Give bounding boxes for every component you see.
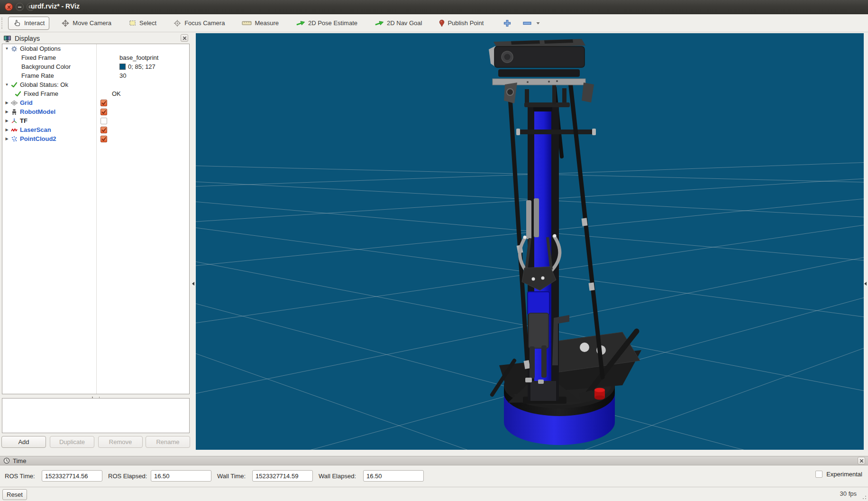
- tree-row-pointcloud2[interactable]: ▶ PointCloud2: [2, 134, 189, 143]
- hand-icon: [13, 19, 21, 27]
- 3d-viewport[interactable]: [196, 33, 864, 450]
- collapse-expander-icon[interactable]: ▶: [4, 107, 10, 116]
- wall-elapsed-label: Wall Elapsed:: [319, 471, 356, 482]
- window-resize-grip[interactable]: [861, 494, 867, 500]
- tf-axes-icon: [10, 117, 18, 124]
- tool-publish-point[interactable]: Publish Point: [434, 17, 488, 30]
- collapse-expander-icon[interactable]: ▶: [4, 125, 10, 134]
- tool-label: 2D Pose Estimate: [308, 19, 357, 27]
- tree-row-grid[interactable]: ▶ Grid: [2, 98, 189, 107]
- collapse-expander-icon[interactable]: ▶: [4, 134, 10, 143]
- close-icon: [859, 459, 864, 463]
- tree-row-background-color[interactable]: Background Color 0; 85; 127: [2, 62, 189, 71]
- tool-label: Move Camera: [73, 19, 111, 27]
- displays-panel-title: Displays: [15, 35, 40, 42]
- display-name: LaserScan: [20, 126, 51, 133]
- displays-buttons-row: Add Duplicate Remove Rename: [0, 436, 192, 448]
- map-pin-icon: [439, 19, 445, 27]
- tool-label: Select: [139, 19, 156, 27]
- collapse-expander-icon[interactable]: ▶: [4, 98, 10, 107]
- remove-tool-button[interactable]: [522, 18, 532, 29]
- display-name: TF: [20, 117, 27, 124]
- display-name: RobotModel: [20, 108, 55, 115]
- display-enabled-checkbox[interactable]: [101, 109, 107, 115]
- 3d-scene: [196, 33, 864, 450]
- row-label: Fixed Frame: [21, 54, 56, 61]
- displays-panel-close-button[interactable]: [181, 34, 188, 42]
- ros-elapsed-input[interactable]: [151, 470, 211, 482]
- plus-icon: [503, 19, 511, 27]
- pointcloud-icon: [10, 135, 18, 142]
- wall-time-input[interactable]: [252, 470, 313, 482]
- display-enabled-checkbox[interactable]: [101, 118, 107, 124]
- tree-row-status-fixed-frame[interactable]: Fixed Frame OK: [2, 89, 189, 98]
- splitter-collapse-arrow[interactable]: [192, 282, 194, 286]
- color-swatch[interactable]: [119, 64, 126, 70]
- left-panel-splitter[interactable]: [192, 33, 196, 450]
- splitter-collapse-arrow[interactable]: [864, 282, 867, 286]
- displays-panel: Displays ▼ Global Options Fixed Frame ba…: [0, 32, 192, 450]
- display-enabled-checkbox[interactable]: [101, 127, 107, 133]
- tree-row-fixed-frame[interactable]: Fixed Frame base_footprint: [2, 53, 189, 62]
- time-panel-header[interactable]: Time: [0, 456, 868, 465]
- fps-counter: 30 fps: [840, 490, 857, 497]
- chevron-down-icon: [536, 22, 540, 25]
- gear-icon: [10, 45, 18, 52]
- row-label: Fixed Frame: [24, 90, 58, 97]
- tool-options-dropdown[interactable]: [535, 18, 541, 29]
- experimental-label: Experimental: [826, 471, 862, 478]
- tool-focus-camera[interactable]: Focus Camera: [168, 17, 229, 30]
- display-description-box: [2, 398, 190, 433]
- right-panel-splitter[interactable]: [864, 33, 868, 450]
- window-titlebar[interactable]: urdf.rviz* - RViz: [0, 0, 868, 14]
- tool-interact[interactable]: Interact: [8, 17, 49, 30]
- ros-time-input[interactable]: [42, 470, 102, 482]
- duplicate-display-button[interactable]: Duplicate: [50, 436, 94, 448]
- ros-time-label: ROS Time:: [5, 471, 35, 482]
- tree-row-robotmodel[interactable]: ▶ RobotModel: [2, 107, 189, 116]
- experimental-checkbox[interactable]: [815, 471, 822, 478]
- background-color-value[interactable]: 0; 85; 127: [128, 63, 155, 70]
- remove-display-button[interactable]: Remove: [98, 436, 143, 448]
- rename-display-button[interactable]: Rename: [146, 436, 190, 448]
- collapse-expander-icon[interactable]: ▼: [4, 80, 10, 89]
- wall-elapsed-input[interactable]: [363, 470, 424, 482]
- window-minimize-button[interactable]: [16, 3, 24, 11]
- fixed-frame-value[interactable]: base_footprint: [119, 54, 158, 61]
- displays-panel-header[interactable]: Displays: [0, 33, 192, 44]
- add-display-button[interactable]: Add: [1, 436, 46, 448]
- close-icon: [7, 5, 11, 9]
- tool-2d-pose-estimate[interactable]: 2D Pose Estimate: [291, 17, 362, 30]
- time-panel-close-button[interactable]: [858, 457, 865, 464]
- ros-elapsed-label: ROS Elapsed:: [108, 471, 147, 482]
- tool-move-camera[interactable]: Move Camera: [56, 17, 116, 30]
- wall-time-label: Wall Time:: [217, 471, 246, 482]
- tree-row-frame-rate[interactable]: Frame Rate 30: [2, 71, 189, 80]
- tool-measure[interactable]: Measure: [237, 17, 283, 30]
- frame-rate-value[interactable]: 30: [119, 72, 126, 79]
- focus-crosshair-icon: [173, 19, 182, 27]
- minimize-icon: [18, 7, 21, 8]
- displays-monitor-icon: [3, 35, 11, 42]
- move-arrows-icon: [61, 19, 70, 27]
- add-tool-button[interactable]: [502, 18, 512, 29]
- tool-select[interactable]: Select: [123, 17, 161, 30]
- display-enabled-checkbox[interactable]: [101, 136, 107, 142]
- tree-row-laserscan[interactable]: ▶ LaserScan: [2, 125, 189, 134]
- window-title: urdf.rviz* - RViz: [31, 2, 80, 10]
- green-arrow-icon: [374, 19, 384, 27]
- reset-button[interactable]: Reset: [2, 489, 27, 500]
- toolbar-drag-handle[interactable]: [1, 18, 5, 29]
- window-close-button[interactable]: [5, 3, 13, 11]
- tree-row-tf[interactable]: ▶ TF: [2, 116, 189, 125]
- tree-row-global-status[interactable]: ▼ Global Status: Ok: [2, 80, 189, 89]
- tool-2d-nav-goal[interactable]: 2D Nav Goal: [369, 17, 427, 30]
- collapse-expander-icon[interactable]: ▶: [4, 116, 10, 125]
- displays-tree[interactable]: ▼ Global Options Fixed Frame base_footpr…: [2, 44, 190, 394]
- tree-row-global-options[interactable]: ▼ Global Options: [2, 44, 189, 53]
- display-enabled-checkbox[interactable]: [101, 100, 107, 106]
- robot-model-icon: [10, 108, 18, 115]
- ruler-icon: [241, 19, 252, 27]
- status-ok-check-icon: [14, 90, 22, 97]
- collapse-expander-icon[interactable]: ▼: [4, 44, 10, 53]
